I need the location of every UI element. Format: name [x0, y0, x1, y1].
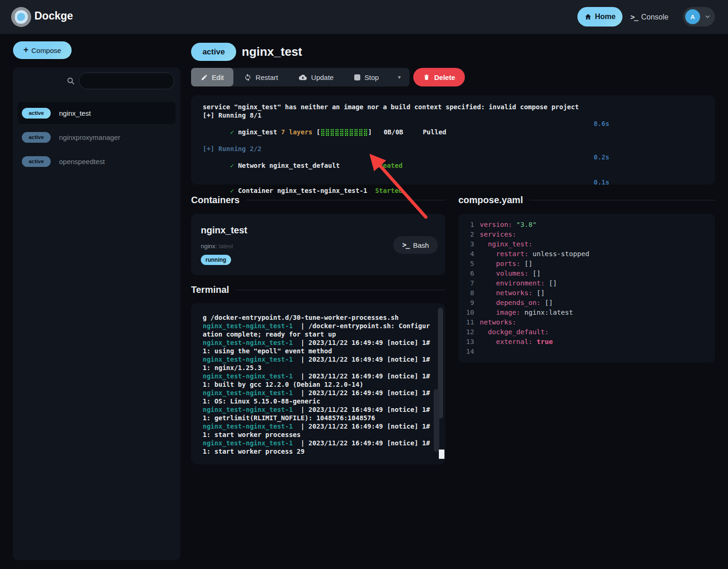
container-name: nginx_test-nginx_test-1 — [203, 389, 293, 397]
page-title: nginx_test — [242, 45, 302, 59]
yaml-value: unless-stopped — [529, 249, 589, 259]
terminal-line: nginx_test-nginx_test-1 | 2023/11/22 16:… — [203, 405, 445, 414]
update-button[interactable]: Update — [289, 68, 344, 86]
console-button[interactable]: >_ Console — [630, 0, 668, 34]
log-line: ✓ nginx_test 7 layers [⣿⣿⣿⣿⣿⣿⣿⣿⣿⣿] 0B/0B… — [203, 119, 715, 145]
chevron-down-icon — [704, 13, 711, 20]
stop-label: Stop — [364, 73, 379, 81]
edit-button[interactable]: Edit — [191, 68, 233, 86]
terminal-output[interactable]: g /docker-entrypoint.d/30-tune-worker-pr… — [191, 303, 445, 464]
container-name: nginx_test-nginx_test-1 — [203, 356, 293, 363]
stack-name: nginxproxymanager — [59, 133, 120, 141]
home-icon — [584, 13, 592, 20]
sidebar-item-openspeedtest[interactable]: active openspeedtest — [18, 150, 176, 172]
line-number: 1 — [458, 220, 474, 230]
delete-button[interactable]: Delete — [413, 68, 465, 86]
active-status-badge: active — [191, 43, 236, 61]
terminal-line: nginx_test-nginx_test-1 | /docker-entryp… — [203, 322, 445, 330]
terminal-text: | 2023/11/22 16:49:49 [notice] 1# — [293, 423, 430, 430]
terminal-text: 1: getrlimit(RLIMIT_NOFILE): 1048576:104… — [203, 414, 375, 422]
log-status: Created — [375, 162, 403, 169]
yaml-value: [] — [545, 278, 557, 288]
terminal-text: | 2023/11/22 16:49:49 [notice] 1# — [293, 339, 430, 346]
heading-divider — [246, 200, 445, 200]
terminal-line: ation complete; ready for start up — [203, 330, 445, 338]
log-duration: 0.1s — [594, 178, 609, 186]
compose-progress-log: service "nginx_test" has neither an imag… — [191, 95, 715, 185]
terminal-text: | 2023/11/22 16:49:49 [notice] 1# — [293, 389, 430, 397]
running-badge: running — [201, 255, 231, 265]
log-text: [ — [316, 128, 320, 136]
navbar: Dockge Home >_ Console A — [0, 0, 728, 34]
home-button[interactable]: Home — [577, 7, 622, 26]
yaml-boolean: true — [533, 337, 553, 347]
user-menu[interactable]: A — [683, 7, 715, 26]
yaml-line: 7 environment: [] — [458, 278, 715, 288]
line-number: 8 — [458, 288, 474, 298]
terminal-text: 1: built by gcc 12.2.0 (Debian 12.2.0-14… — [203, 381, 364, 388]
yaml-line: 5 ports: [] — [458, 259, 715, 269]
containers-heading: Containers — [191, 195, 239, 205]
line-number: 11 — [458, 318, 474, 327]
plus-icon: + — [23, 45, 28, 55]
yaml-key: environment: — [480, 278, 545, 288]
more-actions-dropdown[interactable]: ▾ — [389, 68, 410, 86]
log-duration: 8.6s — [594, 119, 609, 128]
terminal-line: nginx_test-nginx_test-1 | 2023/11/22 16:… — [203, 338, 445, 347]
yaml-line: 12 dockge_default: — [458, 327, 715, 337]
terminal-heading-row: Terminal — [191, 283, 445, 297]
terminal-line: g /docker-entrypoint.d/30-tune-worker-pr… — [203, 313, 445, 322]
terminal-text: 1: OS: Linux 5.15.0-88-generic — [203, 397, 320, 405]
container-image: nginx: latest — [201, 243, 233, 250]
sidebar-item-nginxproxymanager[interactable]: active nginxproxymanager — [18, 126, 176, 148]
search-row — [13, 67, 180, 94]
yaml-value: [] — [529, 269, 541, 278]
terminal-text: g /docker-entrypoint.d/30-tune-worker-pr… — [203, 314, 398, 321]
yaml-editor[interactable]: 1version: "3.8" 2services: 3 nginx_test:… — [458, 214, 715, 363]
search-input[interactable] — [79, 73, 174, 89]
compose-heading: compose.yaml — [458, 195, 523, 205]
line-number: 4 — [458, 249, 474, 259]
yaml-value: [] — [541, 298, 553, 308]
log-line: [+] Running 8/1 — [203, 111, 715, 119]
search-icon — [66, 77, 75, 85]
home-label: Home — [595, 13, 615, 21]
terminal-text: 1: nginx/1.25.3 — [203, 364, 261, 371]
container-name: nginx_test-nginx_test-1 — [203, 439, 293, 447]
terminal-text: ation complete; ready for start up — [203, 331, 336, 338]
left-column: Containers nginx_test nginx: latest runn… — [191, 193, 445, 464]
terminal-line: nginx_test-nginx_test-1 | 2023/11/22 16:… — [203, 389, 445, 397]
yaml-line: 1version: "3.8" — [458, 220, 715, 230]
container-title: nginx_test — [201, 225, 247, 236]
stop-button[interactable]: Stop — [344, 68, 389, 86]
stack-name: openspeedtest — [59, 158, 105, 165]
heading-divider — [529, 200, 715, 200]
bash-button[interactable]: >_ Bash — [393, 236, 438, 254]
terminal-scrollbar-thumb[interactable] — [434, 389, 439, 452]
terminal-line: nginx_test-nginx_test-1 | 2023/11/22 16:… — [203, 422, 445, 430]
update-label: Update — [311, 73, 333, 81]
sidebar-item-nginx_test[interactable]: active nginx_test — [18, 102, 176, 124]
terminal-text: | 2023/11/22 16:49:49 [notice] 1# — [293, 356, 430, 363]
yaml-key: version: — [480, 220, 516, 230]
log-line: ✓ Network nginx_test_default Created0.2s — [203, 153, 715, 178]
terminal-text: | 2023/11/22 16:49:49 [notice] 1# — [293, 439, 430, 447]
log-text: [+] Running 8/1 — [203, 112, 261, 119]
line-number: 7 — [458, 278, 474, 288]
terminal-icon: >_ — [630, 13, 637, 21]
compose-button[interactable]: + Compose — [13, 41, 72, 59]
progress-bar: ⣿⣿⣿⣿⣿⣿⣿⣿⣿⣿ — [320, 128, 368, 136]
stop-icon — [354, 74, 360, 80]
yaml-key: image: — [480, 308, 520, 318]
console-label: Console — [641, 13, 668, 21]
yaml-line: 3 nginx_test: — [458, 239, 715, 249]
terminal-line: 1: getrlimit(RLIMIT_NOFILE): 1048576:104… — [203, 414, 445, 422]
terminal-line: nginx_test-nginx_test-1 | 2023/11/22 16:… — [203, 355, 445, 364]
line-number: 9 — [458, 298, 474, 308]
yaml-line: 4 restart: unless-stopped — [458, 249, 715, 259]
terminal-line: 1: OS: Linux 5.15.0-88-generic — [203, 397, 445, 405]
restart-button[interactable]: Restart — [233, 68, 289, 86]
avatar: A — [685, 9, 700, 24]
restart-icon — [244, 73, 251, 81]
yaml-line: 2services: — [458, 230, 715, 239]
